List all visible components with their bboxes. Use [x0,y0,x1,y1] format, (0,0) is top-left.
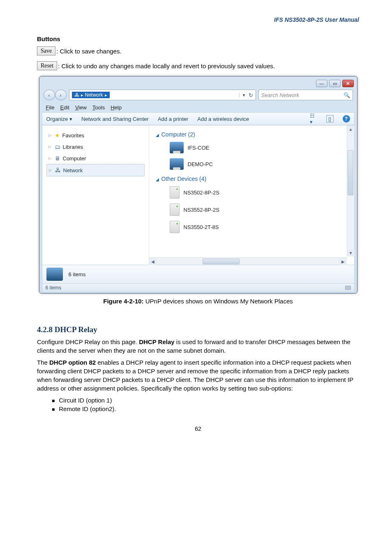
sidebar-label: Libraries [63,144,83,150]
sidebar-item-libraries[interactable]: ▷ 🗂 Libraries [46,141,145,153]
menu-view[interactable]: View [75,104,87,111]
section-heading-dhcp-relay: 4.2.8 DHCP Relay [37,325,359,334]
page-number: 62 [37,426,359,432]
close-button[interactable]: ✕ [342,80,354,87]
back-button[interactable]: ‹ [44,90,55,100]
reset-desc: : Click to undo any changes made locally… [58,62,275,69]
computer-icon: 🖥 [55,155,60,162]
network-device-item[interactable]: NS3502-8P-2S [153,184,350,201]
preview-pane-icon[interactable]: ▯ [326,115,334,123]
view-options-icon[interactable]: ☷ ▾ [310,115,317,123]
breadcrumb-dropdown-icon[interactable]: ▼ [239,93,246,97]
address-row: ‹ › 🖧 ▸ Network ▸ ▼ ↻ Search Network 🔍 [42,90,355,103]
network-device-item[interactable]: NS3550-2T-8S [153,218,350,236]
item-label: NS3552-8P-2S [184,207,219,213]
breadcrumb-network[interactable]: 🖧 ▸ Network ▸ [72,92,110,98]
horizontal-scrollbar[interactable]: ◀ ▶ [149,257,347,265]
search-icon: 🔍 [344,92,350,98]
details-count: 6 items [69,271,86,278]
device-icon [170,204,180,216]
item-label: DEMO-PC [188,161,213,167]
scroll-left-icon[interactable]: ◀ [149,258,157,265]
sidebar-label: Computer [63,155,86,162]
expand-icon[interactable]: ▷ [48,168,53,172]
network-sharing-center-button[interactable]: Network and Sharing Center [81,116,149,122]
item-label: IFS-COE [188,145,210,151]
minimize-button[interactable]: — [316,80,327,87]
device-icon [170,186,180,199]
menu-tools[interactable]: Tools [92,104,105,111]
titlebar: — ▭ ✕ [42,79,355,90]
computer-icon [170,158,184,170]
group-computer[interactable]: ◢Computer (2) [153,128,350,139]
content-split: ▷ ★ Favorites ▷ 🗂 Libraries ▷ 🖥 Computer… [42,125,355,265]
breadcrumb-network-label: Network [85,92,103,98]
menu-file[interactable]: File [46,104,55,111]
paragraph: The DHCP option 82 enables a DHCP relay … [37,358,359,393]
add-wireless-device-button[interactable]: Add a wireless device [197,116,249,122]
favorites-icon: ★ [55,132,60,139]
status-count: 6 items [46,285,62,291]
bullet-list: Circuit ID (option 1) Remote ID (option2… [37,396,359,413]
sidebar-item-favorites[interactable]: ▷ ★ Favorites [46,130,145,141]
search-input[interactable]: Search Network 🔍 [258,90,353,100]
network-computer-item[interactable]: IFS-COE [153,139,350,156]
status-bar: 6 items [42,284,355,292]
network-device-item[interactable]: NS3552-8P-2S [153,201,350,218]
sidebar-label: Favorites [62,132,84,139]
explorer-window: — ▭ ✕ ‹ › 🖧 ▸ Network ▸ ▼ ↻ Search Netwo… [39,76,357,294]
toolbar: Organize ▾ Network and Sharing Center Ad… [42,112,355,125]
computer-icon [170,142,184,153]
paragraph: Configure DHCP Relay on this page. DHCP … [37,338,359,355]
expand-icon[interactable]: ▷ [48,133,52,137]
scroll-thumb[interactable] [348,150,353,195]
breadcrumb[interactable]: 🖧 ▸ Network ▸ ▼ ↻ [69,90,256,100]
list-item: Remote ID (option2). [52,405,359,413]
item-label: NS3550-2T-8S [184,224,219,230]
expand-icon[interactable]: ▷ [48,145,52,149]
network-computer-item[interactable]: DEMO-PC [153,156,350,172]
reset-row: Reset : Click to undo any changes made l… [37,61,359,70]
menu-help[interactable]: Help [111,104,122,111]
reset-button[interactable]: Reset [37,61,57,70]
menu-edit[interactable]: Edit [60,104,69,111]
refresh-icon[interactable]: ↻ [249,92,253,98]
status-indicator-icon [345,286,351,290]
scroll-down-icon[interactable]: ▼ [347,249,355,257]
device-icon [170,221,180,233]
scroll-up-icon[interactable]: ▲ [347,125,355,133]
network-icon: 🖧 [74,92,79,98]
sidebar-item-network[interactable]: ▷ 🖧 Network [46,164,145,176]
scroll-thumb[interactable] [203,259,240,264]
search-placeholder: Search Network [261,92,299,98]
doc-header: IFS NS3502-8P-2S User Manual [37,16,359,23]
save-desc: : Click to save changes. [56,48,121,55]
add-printer-button[interactable]: Add a printer [158,116,188,122]
details-pane: 6 items [42,265,355,284]
sidebar-label: Network [63,167,83,173]
network-icon: 🖧 [55,167,61,173]
item-label: NS3502-8P-2S [184,190,219,196]
save-button[interactable]: Save [37,46,55,56]
expand-icon[interactable]: ▷ [48,156,52,160]
maximize-button[interactable]: ▭ [329,80,341,87]
libraries-icon: 🗂 [55,143,60,150]
main-pane: ◢Computer (2) IFS-COE DEMO-PC ◢Other Dev… [149,125,354,265]
list-item: Circuit ID (option 1) [52,396,359,405]
help-icon[interactable]: ? [343,115,350,123]
nav-buttons: ‹ › [44,90,67,100]
buttons-heading: Buttons [37,35,359,42]
vertical-scrollbar[interactable]: ▲ ▼ [347,125,354,257]
save-row: Save : Click to save changes. [37,46,359,56]
menubar: File Edit View Tools Help [42,103,355,112]
navigation-pane: ▷ ★ Favorites ▷ 🗂 Libraries ▷ 🖥 Computer… [42,125,149,265]
sidebar-item-computer[interactable]: ▷ 🖥 Computer [46,153,145,164]
details-icon [46,268,63,281]
group-other-devices[interactable]: ◢Other Devices (4) [153,172,350,184]
scroll-right-icon[interactable]: ▶ [339,258,347,265]
organize-button[interactable]: Organize ▾ [46,116,72,122]
figure-caption: Figure 4-2-10: UPnP devices shows on Win… [37,298,359,305]
forward-button[interactable]: › [55,90,67,100]
